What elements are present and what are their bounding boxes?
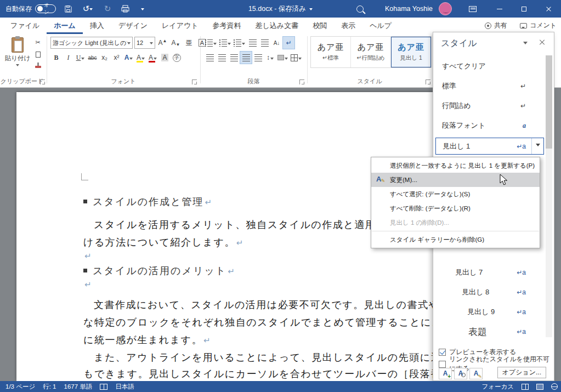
font-dialog-launcher[interactable] — [192, 79, 197, 84]
search-button[interactable] — [356, 0, 364, 18]
distribute-button[interactable] — [252, 52, 264, 64]
tab-layout[interactable]: レイアウト — [155, 18, 206, 34]
align-right-button[interactable] — [228, 52, 240, 64]
style-item-clear-all[interactable]: すべてクリア — [433, 56, 545, 76]
style-item-normal[interactable]: 標準 ↵ — [433, 76, 545, 96]
tab-review[interactable]: 校閲 — [305, 18, 334, 34]
underline-button[interactable]: U — [75, 52, 86, 64]
tab-help[interactable]: ヘルプ — [362, 18, 399, 34]
copy-button[interactable] — [32, 49, 44, 60]
quick-print-button[interactable] — [117, 0, 133, 18]
redo-button[interactable]: ↻ — [100, 0, 115, 18]
multilevel-list-button[interactable] — [233, 37, 246, 49]
tab-references[interactable]: 参考資料 — [206, 18, 248, 34]
format-painter-button[interactable] — [32, 61, 44, 72]
account-avatar[interactable] — [439, 0, 452, 18]
style-item-heading7[interactable]: 見出し 7 ↵a — [433, 263, 545, 282]
align-center-button[interactable] — [216, 52, 228, 64]
font-color-button[interactable]: A — [147, 52, 158, 64]
tab-mailings[interactable]: 差し込み文書 — [248, 18, 306, 34]
undo-button[interactable]: ↺ — [80, 0, 95, 18]
focus-mode-button[interactable]: フォーカス — [481, 383, 514, 391]
document-heading[interactable]: スタイルの作成と管理↵ — [83, 195, 212, 208]
pane-scrollbar[interactable] — [546, 55, 552, 337]
save-button[interactable] — [60, 0, 76, 18]
quick-access-more-button[interactable] — [135, 0, 150, 18]
manage-styles-button[interactable]: A — [469, 368, 483, 379]
document-line[interactable]: もできます。見出しスタイルにカーソルを合わせてツールバーの［段落番号］ボタン — [83, 367, 433, 380]
document-heading[interactable]: スタイルの活用のメリット↵ — [83, 264, 235, 277]
read-mode-icon[interactable] — [522, 384, 529, 390]
borders-button[interactable] — [290, 52, 303, 64]
proofing-icon[interactable] — [100, 384, 107, 390]
menu-item-remove-from-gallery[interactable]: スタイル ギャラリーから削除(G) — [371, 232, 540, 247]
numbering-button[interactable] — [218, 37, 232, 49]
style-gallery-item-no-spacing[interactable]: あア亜 ↵行間詰め — [351, 37, 391, 67]
menu-item-modify-style[interactable]: A 変更(M)... — [371, 173, 540, 187]
share-button[interactable]: 共有 — [485, 21, 507, 30]
italic-button[interactable]: I — [63, 52, 74, 64]
style-inspector-button[interactable]: A — [454, 368, 467, 379]
menu-item-select-all[interactable]: すべて選択: (データなし)(S) — [371, 187, 540, 201]
align-left-button[interactable] — [204, 52, 216, 64]
minimize-button[interactable] — [487, 0, 512, 18]
document-line[interactable]: な特定のブロックをそれぞれ独自のスタイルでまとめて管理することによって、文 — [83, 316, 433, 329]
document-title-button[interactable]: 15.docx - 保存済み — [248, 4, 313, 14]
line-spacing-button[interactable]: ↕ — [264, 52, 276, 64]
font-size-combo[interactable]: 12 — [134, 37, 155, 49]
strikethrough-button[interactable]: abc — [87, 52, 98, 64]
text-effects-button[interactable]: A — [123, 52, 134, 64]
enclose-characters-button[interactable]: 字 — [171, 52, 183, 64]
tab-home[interactable]: ホーム — [47, 18, 83, 34]
word-count[interactable]: 1677 単語 — [64, 383, 93, 391]
ribbon-display-options-button[interactable] — [465, 0, 480, 18]
style-item-title[interactable]: 表題 ↵a — [433, 321, 545, 343]
character-shading-button[interactable]: A — [159, 52, 171, 64]
maximize-button[interactable] — [512, 0, 536, 18]
menu-item-update-style[interactable]: 選択個所と一致するように 見出し 1 を更新する(P) — [371, 158, 540, 173]
document-empty-line[interactable]: ↵ — [83, 250, 92, 262]
comments-button[interactable]: コメント — [520, 21, 557, 30]
page-indicator[interactable]: 1/3 ページ — [5, 383, 35, 391]
document-empty-line[interactable]: ↵ — [83, 279, 92, 290]
highlight-color-button[interactable]: A — [135, 52, 146, 64]
sort-button[interactable]: A↓ — [271, 37, 282, 49]
phonetic-guide-button[interactable]: 亜 — [183, 37, 195, 49]
show-formatting-marks-button[interactable]: ↵ — [283, 37, 294, 49]
menu-item-delete-all[interactable]: すべて削除: (データなし)(R) — [371, 201, 540, 215]
cut-button[interactable]: ✂ — [32, 37, 44, 48]
autosave-toggle[interactable]: オン — [35, 4, 56, 13]
pane-dropdown-icon[interactable] — [523, 42, 528, 47]
tab-insert[interactable]: 挿入 — [83, 18, 111, 34]
style-item-heading8[interactable]: 見出し 8 ↵a — [433, 282, 545, 302]
pane-scrollbar-thumb[interactable] — [546, 55, 552, 149]
document-line[interactable]: 文書作成において、スタイルの活用は必要不可欠です。見出しの書式や、インデント — [83, 298, 433, 311]
clipboard-dialog-launcher[interactable] — [40, 79, 45, 84]
shading-button[interactable] — [276, 52, 289, 64]
styles-dialog-launcher[interactable] — [426, 79, 430, 84]
document-line[interactable]: ける方法について紹介します。↵ — [83, 236, 243, 249]
shrink-font-button[interactable]: A▼ — [170, 37, 182, 49]
style-item-paragraph-font[interactable]: 段落フォント a — [433, 116, 545, 135]
new-style-button[interactable]: A — [439, 368, 452, 379]
tab-file[interactable]: ファイル — [3, 18, 47, 34]
subscript-button[interactable]: x₂ — [99, 52, 110, 64]
language-indicator[interactable]: 日本語 — [115, 383, 134, 391]
tab-design[interactable]: デザイン — [111, 18, 155, 34]
pane-close-icon[interactable] — [539, 39, 545, 46]
increase-indent-button[interactable] — [259, 37, 270, 49]
options-button[interactable]: オプション... — [497, 367, 546, 378]
web-layout-icon[interactable] — [551, 383, 558, 390]
bullets-button[interactable] — [204, 37, 218, 49]
grow-font-button[interactable]: A▲ — [157, 37, 168, 49]
paragraph-dialog-launcher[interactable] — [299, 79, 304, 84]
font-name-combo[interactable]: 游ゴシック Light (見出しのフォ — [50, 37, 133, 49]
style-dropdown-button[interactable] — [531, 138, 543, 154]
justify-button[interactable] — [240, 52, 252, 64]
style-gallery-item-heading1[interactable]: あア亜 見出し 1 — [391, 37, 431, 67]
paste-button[interactable]: 貼り付け — [4, 36, 31, 79]
superscript-button[interactable]: x² — [111, 52, 122, 64]
line-indicator[interactable]: 行: 1 — [43, 383, 56, 391]
style-item-heading1-selected[interactable]: 見出し 1 ↵a — [435, 138, 544, 155]
close-button[interactable] — [536, 0, 561, 18]
